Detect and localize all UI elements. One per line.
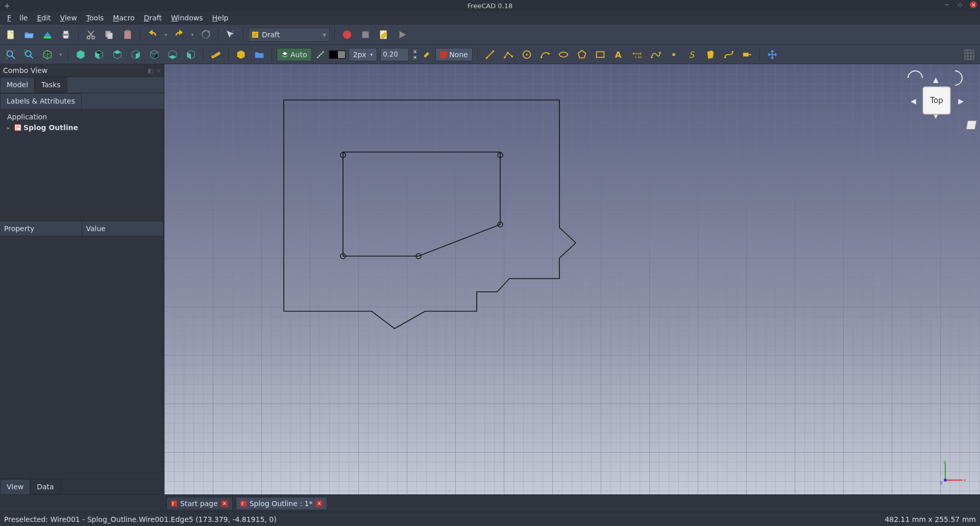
menu-tools[interactable]: Tools [82,13,108,23]
navcube-right-arrow[interactable]: ▶ [958,97,964,105]
tab-tasks[interactable]: Tasks [35,77,67,92]
undo-dropdown[interactable]: ▾ [163,32,168,37]
draft-move-button[interactable] [765,47,780,62]
window-close-button[interactable]: × [970,1,977,8]
color-swatches[interactable] [329,51,346,59]
font-size-input[interactable] [380,48,409,61]
workbench-selector[interactable]: Draft ▾ [248,28,330,42]
isometric-view-button[interactable] [40,47,55,62]
cut-button[interactable] [83,27,99,42]
model-tree[interactable]: Application ▸ Splog Outline [0,109,164,221]
tab-view[interactable]: View [0,479,30,494]
macro-stop-button[interactable] [358,27,373,42]
close-tab-button[interactable]: × [315,500,323,507]
front-view-button[interactable] [91,47,107,62]
draft-shapestring-button[interactable]: S [684,47,700,62]
draft-circle-button[interactable] [519,47,534,62]
navcube-rotate-cw[interactable] [944,67,966,89]
copy-button[interactable] [102,27,117,42]
tab-labels-attributes[interactable]: Labels & Attributes [0,93,82,109]
doc-tab-splog-outline[interactable]: F Splog Outline : 1* × [236,497,328,510]
part-button[interactable] [233,47,249,62]
save-file-button[interactable] [40,27,55,42]
line-color-swatch[interactable] [329,51,337,59]
doc-tab-start-page[interactable]: F Start page × [166,497,233,510]
draft-line-button[interactable] [482,47,498,62]
line-width-selector[interactable]: 2px▾ [349,48,378,61]
tab-data[interactable]: Data [30,479,60,494]
whats-this-button[interactable]: ? [223,27,238,42]
draft-polygon-button[interactable] [574,47,590,62]
draft-ellipse-button[interactable] [556,47,571,62]
window-maximize-button[interactable]: ◇ [957,1,964,8]
redo-dropdown[interactable]: ▾ [190,32,195,37]
3d-viewport[interactable]: ▲ ◀ ▶ ▼ Top x y z [164,64,980,494]
navcube-mini-icon[interactable] [966,120,976,130]
top-view-button[interactable] [110,47,125,62]
draft-text-button[interactable]: A [611,47,626,62]
expand-icon[interactable]: ▸ [7,125,12,131]
redo-button[interactable] [172,27,187,42]
macro-record-button[interactable] [339,27,355,42]
draft-bspline-button[interactable] [648,47,663,62]
navigation-cube[interactable]: ▲ ◀ ▶ ▼ Top [904,68,966,130]
value-column-header[interactable]: Value [82,221,164,236]
view-dropdown[interactable]: ▾ [58,52,63,57]
draft-dimension-button[interactable]: 1.00 [629,47,645,62]
draft-label-button[interactable] [740,47,755,62]
face-color-swatch[interactable] [337,51,346,59]
navcube-face[interactable]: Top [922,86,951,115]
fit-selection-button[interactable] [21,47,37,62]
print-button[interactable] [58,27,74,42]
refresh-button[interactable] [198,27,213,42]
window-titlebar: + FreeCAD 0.18 ─ ◇ × [0,0,980,11]
new-file-button[interactable] [3,27,18,42]
menu-view[interactable]: View [56,13,81,23]
toolbar-view-draft: ▾ Auto 2px▾ ▴▾ None A 1.00 S [0,45,980,64]
autogroup-button[interactable]: Auto [277,48,312,61]
menu-macro[interactable]: Macro [109,13,138,23]
document-icon [14,124,21,131]
navcube-up-arrow[interactable]: ▲ [933,76,939,84]
menu-edit[interactable]: Edit [33,13,55,23]
draft-point-button[interactable] [666,47,681,62]
close-tab-button[interactable]: × [221,500,228,507]
draft-rectangle-button[interactable] [593,47,608,62]
open-file-button[interactable] [21,27,37,42]
navcube-rotate-ccw[interactable] [904,67,926,89]
draft-facebinder-button[interactable] [703,47,718,62]
draft-bezier-button[interactable] [721,47,737,62]
font-size-up[interactable]: ▴ [412,48,418,55]
app-menu-icon[interactable]: + [0,2,14,10]
bottom-view-button[interactable] [165,47,180,62]
panel-close-button[interactable]: × [156,67,161,74]
menu-file[interactable]: File [3,13,32,23]
tab-model[interactable]: Model [0,77,35,92]
menu-windows[interactable]: Windows [167,13,207,23]
navcube-left-arrow[interactable]: ◀ [911,97,916,105]
iso-button[interactable] [73,47,88,62]
right-view-button[interactable] [128,47,143,62]
menu-draft[interactable]: Draft [140,13,166,23]
panel-float-button[interactable]: ◧ [148,67,153,74]
rear-view-button[interactable] [146,47,162,62]
menu-help[interactable]: Help [208,13,233,23]
draft-wire-button[interactable] [501,47,516,62]
apply-style-button[interactable] [421,47,432,62]
construction-mode-button[interactable] [315,47,326,62]
group-button[interactable] [252,47,267,62]
toggle-grid-button[interactable] [962,47,977,62]
undo-button[interactable] [145,27,160,42]
property-column-header[interactable]: Property [0,221,82,236]
font-size-down[interactable]: ▾ [412,55,418,61]
macro-edit-button[interactable] [376,27,391,42]
draft-arc-button[interactable] [537,47,553,62]
autogroup-none-button[interactable]: None [435,48,473,61]
measure-button[interactable] [208,47,224,62]
paste-button[interactable] [120,27,135,42]
macro-play-button[interactable] [395,27,410,42]
tree-item-document[interactable]: ▸ Splog Outline [3,123,161,132]
window-minimize-button[interactable]: ─ [943,1,950,8]
fit-all-button[interactable] [3,47,18,62]
left-view-button[interactable] [183,47,199,62]
